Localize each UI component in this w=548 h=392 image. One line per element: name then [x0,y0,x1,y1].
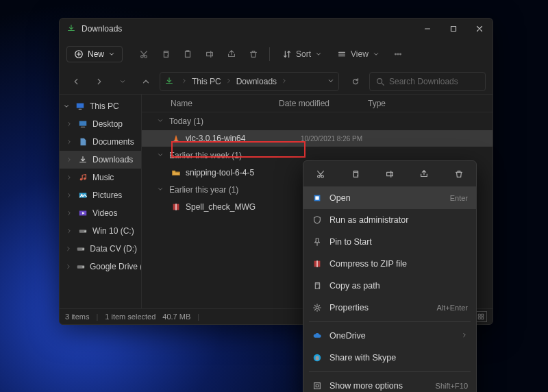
drive-icon [76,244,86,254]
sidebar-item-this-pc[interactable]: This PC [60,97,141,115]
context-menu: OpenEnter Run as administrator Pin to St… [303,160,477,392]
column-name[interactable]: Name [142,99,279,108]
maximize-button[interactable] [440,19,466,39]
music-icon [77,173,88,182]
chevron-right-icon [224,77,234,86]
ctx-cut-button[interactable] [310,164,332,184]
chevron-right-icon [65,228,73,234]
ctx-onedrive[interactable]: OneDrive [303,325,476,347]
sidebar: This PC Desktop Documents Downloads Musi… [60,95,142,308]
chevron-down-icon [62,103,71,110]
shield-icon [312,215,323,225]
chevron-down-icon [157,151,165,160]
paste-button[interactable] [179,45,197,63]
back-button[interactable] [66,72,86,91]
sidebar-item-label: Music [92,173,114,182]
recent-button[interactable] [113,72,132,91]
sidebar-item-videos[interactable]: Videos [60,204,141,222]
zip-icon [171,202,182,212]
ctx-delete-button[interactable] [448,164,470,184]
sidebar-item-music[interactable]: Music [60,169,141,186]
folder-icon [171,168,182,177]
rename-button[interactable] [201,45,219,63]
open-icon [312,193,323,203]
chevron-right-icon [179,77,189,86]
chevron-right-icon [461,332,468,340]
search-input[interactable]: Search Downloads [369,72,486,91]
status-count: 3 items [65,313,89,321]
copy-icon [312,281,323,291]
sidebar-item-data-cv-d-[interactable]: Data CV (D:) [60,240,141,258]
sort-button[interactable]: Sort [277,47,327,62]
ctx-compress-to-zip-file[interactable]: Compress to ZIP file [303,253,476,275]
sidebar-item-label: Documents [92,137,134,147]
up-button[interactable] [136,72,155,91]
download-icon [77,155,88,164]
forward-button[interactable] [90,72,109,91]
breadcrumb-seg[interactable]: This PC [192,77,221,86]
share-button[interactable] [223,45,240,63]
file-row[interactable]: vlc-3.0.16-win6410/20/2021 8:26 PM [142,130,493,147]
chevron-right-icon [65,174,73,181]
breadcrumb-seg[interactable]: Downloads [236,77,277,86]
search-icon [375,77,385,86]
skype-icon [312,353,323,363]
chevron-right-icon [65,210,73,217]
context-quick-actions [303,161,476,187]
download-icon [164,76,174,88]
chevron-down-icon[interactable] [327,77,334,86]
view-button[interactable]: View [332,47,385,62]
group-header[interactable]: Today (1) [142,112,493,130]
file-name: snipping-tool-6-4-5 [186,168,254,177]
ctx-run-as-administrator[interactable]: Run as administrator [303,209,476,231]
chevron-right-icon [65,263,72,270]
chevron-right-icon [65,121,73,127]
new-button[interactable]: New [66,46,123,62]
ctx-rename-button[interactable] [379,164,401,184]
ctx-properties[interactable]: PropertiesAlt+Enter [303,297,476,319]
file-name: vlc-3.0.16-win64 [186,134,245,143]
ctx-show-more[interactable]: Show more options Shift+F10 [303,375,476,392]
ctx-copy-button[interactable] [345,164,366,184]
sidebar-item-desktop[interactable]: Desktop [60,115,141,133]
more-icon [312,381,323,391]
copy-button[interactable] [157,45,175,63]
sidebar-item-label: This PC [90,101,119,111]
cut-button[interactable] [135,45,153,63]
zip-icon [312,259,323,269]
cloud-icon [312,331,323,341]
ctx-share-button[interactable] [413,164,435,184]
minimize-button[interactable] [414,19,440,39]
sidebar-item-pictures[interactable]: Pictures [60,186,141,204]
refresh-button[interactable] [346,72,365,91]
status-size: 40.7 MB [162,313,190,321]
sidebar-item-downloads[interactable]: Downloads [60,151,141,169]
vlc-icon [171,134,182,143]
chevron-right-icon [65,138,73,145]
sidebar-item-label: Win 10 (C:) [92,226,134,236]
delete-button[interactable] [245,45,262,63]
breadcrumb[interactable]: This PC Downloads [160,72,339,91]
ctx-copy-as-path[interactable]: Copy as path [303,275,476,297]
chevron-right-icon [65,245,72,252]
sidebar-item-label: Pictures [92,191,122,200]
sidebar-item-google-drive-g-[interactable]: Google Drive (G:) [60,258,141,275]
column-date[interactable]: Date modified [279,99,368,108]
ctx-open[interactable]: OpenEnter [303,187,476,209]
desktop-icon [77,119,88,129]
sidebar-item-win-10-c-[interactable]: Win 10 (C:) [60,222,141,240]
sidebar-item-label: Videos [92,208,117,218]
command-bar: New Sort View [60,39,493,69]
sidebar-item-label: Google Drive (G:) [90,262,141,271]
file-date: 10/20/2021 8:26 PM [301,135,362,143]
chevron-right-icon [65,192,73,199]
column-type[interactable]: Type [368,99,493,108]
more-button[interactable] [389,45,407,63]
ctx-share-with-skype[interactable]: Share with Skype [303,347,476,369]
sidebar-item-label: Downloads [92,155,133,164]
close-button[interactable] [466,19,493,39]
sidebar-item-label: Desktop [92,119,123,129]
sidebar-item-documents[interactable]: Documents [60,133,141,151]
properties-icon [312,303,323,313]
ctx-pin-to-start[interactable]: Pin to Start [303,231,476,253]
